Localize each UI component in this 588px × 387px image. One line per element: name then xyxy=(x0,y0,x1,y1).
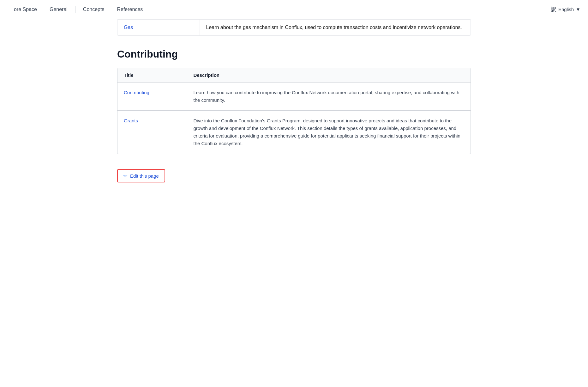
gas-title-cell: Gas xyxy=(117,20,200,36)
chevron-down-icon: ▼ xyxy=(576,7,580,12)
nav-item-concepts[interactable]: Concepts xyxy=(77,0,111,19)
nav-item-general[interactable]: General xyxy=(43,0,74,19)
gas-description-cell: Learn about the gas mechanism in Conflux… xyxy=(200,20,471,36)
language-selector[interactable]: 訳 English ▼ xyxy=(551,6,580,13)
gas-table: Gas Learn about the gas mechanism in Con… xyxy=(117,19,471,35)
table-header-row: Title Description xyxy=(117,68,471,83)
gas-table-wrapper: Gas Learn about the gas mechanism in Con… xyxy=(117,19,471,36)
contributing-table: Title Description Contributing Learn how… xyxy=(117,68,471,154)
nav-item-references[interactable]: References xyxy=(111,0,149,19)
table-row: Contributing Learn how you can contribut… xyxy=(117,83,471,111)
contributing-link[interactable]: Contributing xyxy=(124,90,149,95)
nav-item-explore-space[interactable]: ore Space xyxy=(8,0,43,19)
grants-title-cell: Grants xyxy=(117,111,187,154)
nav-items: ore Space General Concepts References xyxy=(8,0,551,19)
translate-icon: 訳 xyxy=(551,6,556,13)
grants-link[interactable]: Grants xyxy=(124,118,138,123)
pencil-icon: ✏ xyxy=(123,173,128,179)
edit-page-button[interactable]: ✏ Edit this page xyxy=(117,169,165,182)
contributing-description-cell: Learn how you can contribute to improvin… xyxy=(187,83,471,111)
nav-divider xyxy=(75,6,75,13)
contributing-heading: Contributing xyxy=(117,48,471,60)
contributing-title-cell: Contributing xyxy=(117,83,187,111)
grants-description-cell: Dive into the Conflux Foundation's Grant… xyxy=(187,111,471,154)
table-row: Gas Learn about the gas mechanism in Con… xyxy=(117,20,471,36)
navbar: ore Space General Concepts References 訳 … xyxy=(0,0,588,19)
contributing-table-wrapper: Title Description Contributing Learn how… xyxy=(117,68,471,154)
edit-page-wrapper: ✏ Edit this page xyxy=(117,169,165,182)
gas-link[interactable]: Gas xyxy=(124,25,133,30)
col-header-description: Description xyxy=(187,68,471,83)
col-header-title: Title xyxy=(117,68,187,83)
table-row: Grants Dive into the Conflux Foundation'… xyxy=(117,111,471,154)
main-content: Gas Learn about the gas mechanism in Con… xyxy=(105,19,483,201)
